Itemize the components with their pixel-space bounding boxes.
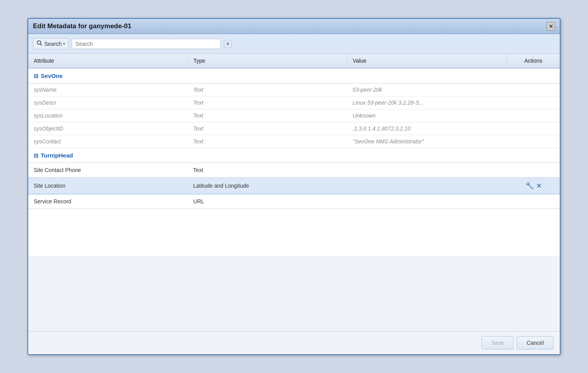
table-row-selected[interactable]: Site Location Latitude and Longitude 🔧 ✕ xyxy=(28,177,560,194)
collapse-icon-sevone[interactable]: ⊟ xyxy=(34,73,38,79)
table-row: Service Record URL xyxy=(28,194,560,209)
clear-search-button[interactable]: × xyxy=(224,40,232,48)
attribute-cell: sysLocation xyxy=(28,109,188,122)
value-cell: .1.3.6.1.4.1.8072.3.2.10 xyxy=(347,122,507,135)
group-header-turniphead: ⊟ TurnipHead xyxy=(28,148,560,163)
search-input[interactable] xyxy=(72,39,221,49)
value-cell: Linux 53-peer-20k 3.2.28-S... xyxy=(347,96,507,109)
type-cell: Text xyxy=(188,122,347,135)
type-cell: Text xyxy=(188,135,347,148)
attribute-cell: sysObjectID xyxy=(28,122,188,135)
table-row: sysObjectID Text .1.3.6.1.4.1.8072.3.2.1… xyxy=(28,122,560,135)
type-cell: Text xyxy=(188,83,347,96)
table-row: Site Contact Phone Text xyxy=(28,163,560,177)
actions-cell xyxy=(506,135,560,148)
actions-cell xyxy=(506,122,560,135)
value-cell xyxy=(347,163,507,177)
metadata-table-container: Attribute Type Value Actions ⊟ SevOne xyxy=(28,54,560,331)
group-title-turniphead: ⊟ TurnipHead xyxy=(34,152,554,159)
toolbar: Search ▾ × xyxy=(28,34,560,54)
search-dropdown-button[interactable]: Search ▾ xyxy=(33,38,69,49)
actions-cell xyxy=(506,163,560,177)
delete-button[interactable]: ✕ xyxy=(536,182,541,190)
chevron-down-icon: ▾ xyxy=(63,42,65,46)
save-button[interactable]: Save xyxy=(481,336,514,349)
dialog-title: Edit Metadata for ganymede-01 xyxy=(33,22,131,30)
value-cell: "SevOne NMS Administrator" xyxy=(347,135,507,148)
attribute-cell: sysDescr xyxy=(28,96,188,109)
table-row: sysLocation Text Unknown xyxy=(28,109,560,122)
svg-line-1 xyxy=(40,44,42,45)
col-header-value: Value xyxy=(347,54,507,68)
col-header-type: Type xyxy=(188,54,347,68)
close-button[interactable]: ✕ xyxy=(546,22,555,31)
attribute-cell: Site Location xyxy=(28,177,188,194)
type-cell: Text xyxy=(188,109,347,122)
actions-cell: 🔧 ✕ xyxy=(506,177,560,194)
group-name-turniphead: TurnipHead xyxy=(41,152,73,159)
empty-space xyxy=(28,209,560,256)
value-cell xyxy=(347,177,507,194)
type-cell: Latitude and Longitude xyxy=(188,177,347,194)
value-cell: 53-peer-20k xyxy=(347,83,507,96)
actions-cell xyxy=(506,194,560,209)
actions-cell xyxy=(506,109,560,122)
col-header-attribute: Attribute xyxy=(28,54,188,68)
attribute-cell: Service Record xyxy=(28,194,188,209)
cancel-button[interactable]: Cancel xyxy=(517,336,554,349)
type-cell: Text xyxy=(188,96,347,109)
attribute-cell: Site Contact Phone xyxy=(28,163,188,177)
metadata-table: Attribute Type Value Actions ⊟ SevOne xyxy=(28,54,560,256)
table-row: sysDescr Text Linux 53-peer-20k 3.2.28-S… xyxy=(28,96,560,109)
title-bar: Edit Metadata for ganymede-01 ✕ xyxy=(28,19,560,34)
search-icon xyxy=(36,40,43,47)
value-cell: Unknown xyxy=(347,109,507,122)
group-title-sevone: ⊟ SevOne xyxy=(34,72,554,79)
edit-metadata-dialog: Edit Metadata for ganymede-01 ✕ Search ▾… xyxy=(27,18,561,355)
group-header-sevone: ⊟ SevOne xyxy=(28,68,560,83)
value-cell xyxy=(347,194,507,209)
search-btn-label: Search xyxy=(44,41,62,47)
edit-button[interactable]: 🔧 xyxy=(525,181,534,190)
table-row: sysName Text 53-peer-20k xyxy=(28,83,560,96)
dialog-footer: Save Cancel xyxy=(28,331,560,354)
collapse-icon-turniphead[interactable]: ⊟ xyxy=(34,152,38,159)
attribute-cell: sysName xyxy=(28,83,188,96)
actions-cell xyxy=(506,83,560,96)
type-cell: URL xyxy=(188,194,347,209)
group-name-sevone: SevOne xyxy=(41,72,63,79)
attribute-cell: sysContact xyxy=(28,135,188,148)
actions-cell xyxy=(506,96,560,109)
svg-point-0 xyxy=(37,41,41,44)
type-cell: Text xyxy=(188,163,347,177)
col-header-actions: Actions xyxy=(506,54,560,68)
table-row: sysContact Text "SevOne NMS Administrato… xyxy=(28,135,560,148)
